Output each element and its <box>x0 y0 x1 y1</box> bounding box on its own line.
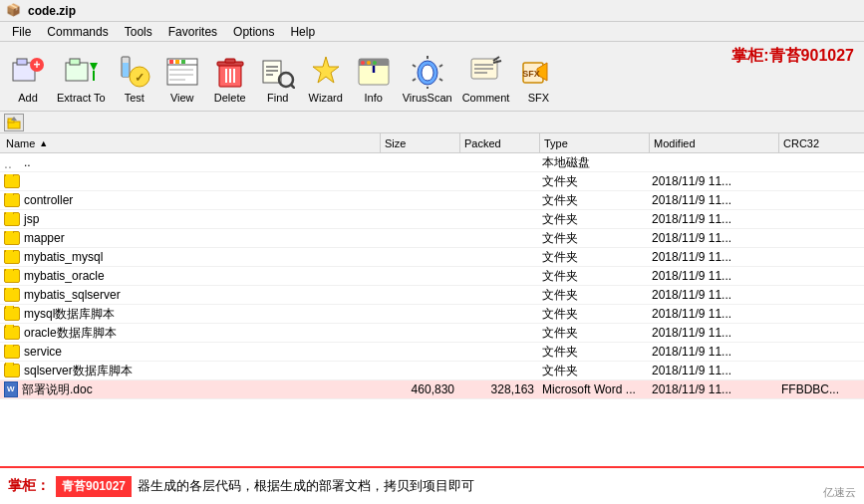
file-modified: 2018/11/9 11... <box>648 193 777 207</box>
svg-marker-32 <box>313 57 339 83</box>
info-icon: i <box>356 54 392 90</box>
table-row[interactable]: controller 文件夹 2018/11/9 11... <box>0 191 864 210</box>
sfx-button[interactable]: SFX SFX <box>516 51 560 107</box>
svg-point-40 <box>422 65 433 81</box>
col-size[interactable]: Size <box>381 133 460 152</box>
test-label: Test <box>125 92 144 104</box>
table-row[interactable]: mybatis_oracle 文件夹 2018/11/9 11... <box>0 267 864 286</box>
svg-point-37 <box>367 61 371 65</box>
table-row[interactable]: oracle数据库脚本 文件夹 2018/11/9 11... <box>0 324 864 343</box>
svg-point-36 <box>361 61 365 65</box>
file-type: 文件夹 <box>538 173 648 190</box>
file-type: 文件夹 <box>538 344 648 361</box>
table-row[interactable]: mapper 文件夹 2018/11/9 11... <box>0 229 864 248</box>
folder-icon <box>4 231 20 245</box>
col-name[interactable]: Name ▲ <box>2 133 381 152</box>
col-crc32[interactable]: CRC32 <box>779 133 859 152</box>
banner-highlight: 青苔901027 <box>56 476 132 497</box>
delete-icon <box>212 54 248 90</box>
extract-icon <box>63 54 99 90</box>
extract-to-label: Extract To <box>57 92 106 104</box>
file-name: mapper <box>0 231 379 245</box>
file-type: 文件夹 <box>538 287 648 304</box>
table-row[interactable]: .... 本地磁盘 <box>0 153 864 172</box>
table-row[interactable]: 文件夹 2018/11/9 11... <box>0 172 864 191</box>
menu-tools[interactable]: Tools <box>117 23 160 41</box>
file-name: service <box>0 345 379 359</box>
test-button[interactable]: ✓ Test <box>113 51 156 107</box>
nav-row <box>0 112 864 133</box>
folder-icon <box>4 250 20 264</box>
view-button[interactable]: View <box>160 51 204 107</box>
comment-icon <box>468 54 504 90</box>
table-row[interactable]: mysql数据库脚本 文件夹 2018/11/9 11... <box>0 305 864 324</box>
menu-help[interactable]: Help <box>282 23 323 41</box>
menu-bar: File Commands Tools Favorites Options He… <box>0 22 864 42</box>
file-type: 文件夹 <box>538 249 648 266</box>
menu-commands[interactable]: Commands <box>39 23 116 41</box>
folder-icon <box>4 288 20 302</box>
menu-file[interactable]: File <box>4 23 39 41</box>
svg-rect-16 <box>181 60 185 64</box>
watermark-top: 掌柜:青苔901027 <box>731 46 854 67</box>
test-icon: ✓ <box>117 54 152 90</box>
wizard-button[interactable]: Wizard <box>304 51 348 107</box>
folder-icon <box>4 269 20 283</box>
table-row[interactable]: service 文件夹 2018/11/9 11... <box>0 343 864 362</box>
table-row[interactable]: 部署说明.doc 460,830 328,163 Microsoft Word … <box>0 380 864 399</box>
file-name <box>0 174 379 188</box>
table-row[interactable]: sqlserver数据库脚本 文件夹 2018/11/9 11... <box>0 362 864 380</box>
file-type: 文件夹 <box>538 306 648 323</box>
file-name: 部署说明.doc <box>0 381 379 398</box>
svg-rect-5 <box>70 59 80 65</box>
menu-favorites[interactable]: Favorites <box>160 23 225 41</box>
extract-to-button[interactable]: Extract To <box>54 51 109 107</box>
comment-button[interactable]: Comment <box>459 51 513 107</box>
col-packed[interactable]: Packed <box>460 133 540 152</box>
sfx-icon: SFX <box>520 54 556 90</box>
svg-line-43 <box>413 65 416 67</box>
nav-up-button[interactable] <box>4 114 24 131</box>
virusscan-button[interactable]: VirusScan <box>400 51 455 107</box>
find-label: Find <box>267 92 288 104</box>
svg-line-45 <box>413 79 416 81</box>
watermark-bottom: 亿速云 <box>823 485 856 500</box>
svg-text:SFX: SFX <box>523 69 541 79</box>
file-modified: 2018/11/9 11... <box>648 212 777 226</box>
table-row[interactable]: jsp 文件夹 2018/11/9 11... <box>0 210 864 229</box>
file-list: .... 本地磁盘 文件夹 2018/11/9 11... controller… <box>0 153 864 466</box>
add-label: Add <box>18 92 38 104</box>
delete-button[interactable]: Delete <box>208 51 252 107</box>
table-row[interactable]: mybatis_mysql 文件夹 2018/11/9 11... <box>0 248 864 267</box>
svg-rect-14 <box>169 60 173 64</box>
file-name: mysql数据库脚本 <box>0 306 379 323</box>
find-button[interactable]: Find <box>256 51 300 107</box>
doc-icon <box>4 381 18 397</box>
view-icon <box>164 54 200 90</box>
svg-rect-1 <box>17 59 27 65</box>
find-icon <box>260 54 296 90</box>
file-modified: 2018/11/9 11... <box>648 250 777 264</box>
file-crc32: FFBDBC... <box>777 382 857 396</box>
delete-label: Delete <box>214 92 246 104</box>
folder-icon <box>4 345 20 359</box>
add-button[interactable]: + Add <box>6 51 50 107</box>
info-button[interactable]: i Info <box>352 51 396 107</box>
wizard-label: Wizard <box>309 92 343 104</box>
file-name: mybatis_mysql <box>0 250 379 264</box>
file-modified: 2018/11/9 11... <box>648 288 777 302</box>
banner-text: 器生成的各层代码，根据生成的部署文档，拷贝到项目即可 <box>138 477 474 495</box>
table-row[interactable]: mybatis_sqlserver 文件夹 2018/11/9 11... <box>0 286 864 305</box>
file-type: 文件夹 <box>538 230 648 247</box>
svg-rect-9 <box>123 63 129 77</box>
title-bar: 📦 code.zip <box>0 0 864 22</box>
col-modified[interactable]: Modified <box>650 133 779 152</box>
svg-line-46 <box>439 79 442 81</box>
menu-options[interactable]: Options <box>225 23 282 41</box>
file-packed: 328,163 <box>458 382 538 396</box>
svg-rect-22 <box>225 59 235 63</box>
file-name: jsp <box>0 212 379 226</box>
col-type[interactable]: Type <box>540 133 650 152</box>
file-type: 文件夹 <box>538 268 648 285</box>
bottom-banner: 掌柜： 青苔901027 器生成的各层代码，根据生成的部署文档，拷贝到项目即可 … <box>0 466 864 504</box>
